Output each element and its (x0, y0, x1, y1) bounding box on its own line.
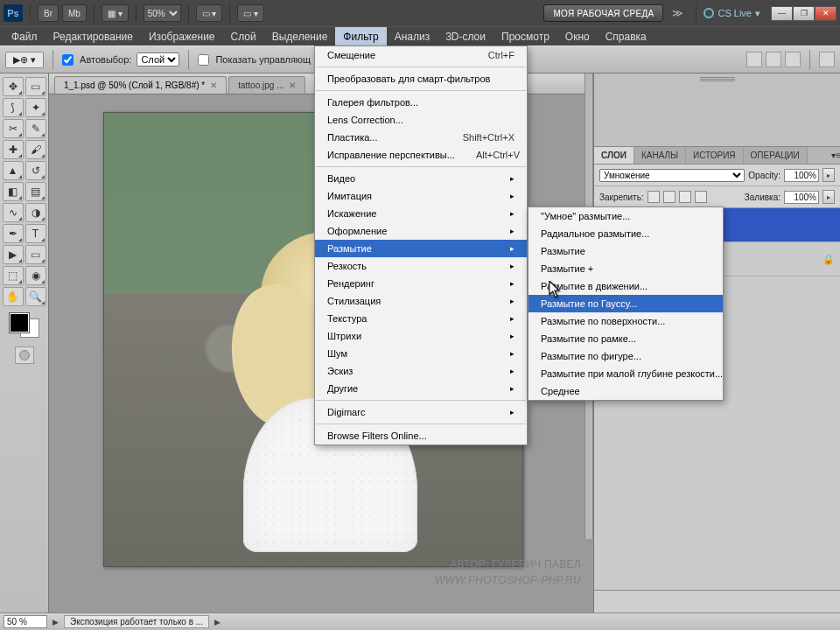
menu-редактирование[interactable]: Редактирование (46, 27, 141, 46)
align-button[interactable] (785, 52, 801, 67)
type-tool[interactable]: T (25, 224, 46, 243)
quick-select-tool[interactable]: ✦ (25, 98, 46, 117)
current-tool-indicator[interactable]: ▶⊕ ▾ (5, 52, 44, 68)
opacity-flyout-button[interactable]: ▸ (822, 168, 835, 182)
fill-flyout-button[interactable]: ▸ (822, 190, 835, 204)
filter-menu-item[interactable]: Текстура (315, 310, 527, 327)
lock-image-button[interactable] (663, 191, 676, 203)
filter-menu-item[interactable]: Стилизация (315, 292, 527, 310)
status-flyout-icon[interactable]: ▶ (52, 618, 59, 626)
filter-menu-item[interactable]: Digimarc (315, 403, 527, 421)
filter-menu-item[interactable]: Оформление (315, 222, 527, 240)
blur-menu-item[interactable]: Радиальное размытие... (528, 225, 723, 242)
filter-menu-item[interactable]: Галерея фильтров... (315, 94, 527, 111)
lock-position-button[interactable] (679, 191, 691, 203)
blur-menu-item[interactable]: Среднее (528, 382, 723, 400)
menu-справка[interactable]: Справка (598, 27, 654, 46)
blur-menu-item[interactable]: "Умное" размытие... (528, 207, 723, 225)
marquee-tool[interactable]: ▭ (25, 77, 46, 96)
filter-menu-item[interactable]: Lens Correction... (315, 111, 527, 129)
cs-live-button[interactable]: CS Live ▾ (704, 8, 760, 19)
blur-menu-item[interactable]: Размытие по поверхности... (528, 312, 723, 330)
lasso-tool[interactable]: ⟆ (3, 98, 24, 117)
3d-tool[interactable]: ⬚ (3, 266, 24, 285)
collapsed-panel-group[interactable] (594, 74, 840, 147)
blur-menu-item[interactable]: Размытие по рамке... (528, 330, 723, 347)
filter-menu-item[interactable]: Эскиз (315, 362, 527, 380)
opacity-value[interactable]: 100% (784, 169, 819, 182)
status-zoom-field[interactable]: 50 % (4, 615, 47, 628)
zoom-tool[interactable]: 🔍 (25, 287, 46, 306)
quick-mask-toggle[interactable] (15, 346, 34, 364)
filter-menu-item[interactable]: Видео (315, 170, 527, 187)
autoselect-checkbox[interactable]: Автовыбор: (62, 54, 131, 66)
menu-окно[interactable]: Окно (557, 27, 598, 46)
filter-menu-item[interactable]: Имитация (315, 187, 527, 205)
screen-mode-button[interactable]: ▭ ▾ (237, 4, 264, 22)
blur-menu-item[interactable]: Размытие (528, 242, 723, 260)
shape-tool[interactable]: ▭ (25, 245, 46, 264)
panel-menu-icon[interactable]: ▾≡ (824, 147, 840, 164)
window-minimize-button[interactable]: — (771, 6, 793, 21)
color-swatches[interactable] (10, 313, 39, 338)
filter-menu-item[interactable]: СмещениеCtrl+F (315, 46, 527, 64)
healing-tool[interactable]: ✚ (3, 140, 24, 159)
filter-menu-item[interactable]: Преобразовать для смарт-фильтров (315, 70, 527, 88)
menu-слой[interactable]: Слой (223, 27, 264, 46)
document-tab[interactable]: 1_1.psd @ 50% (Слой 1, RGB/8#) *✕ (54, 76, 227, 94)
dodge-tool[interactable]: ◑ (25, 203, 46, 222)
panel-tab-история[interactable]: ИСТОРИЯ (686, 147, 744, 164)
align-button[interactable] (746, 52, 762, 67)
lock-all-button[interactable] (695, 191, 707, 203)
menu-фильтр[interactable]: Фильтр (335, 27, 386, 46)
align-button[interactable] (766, 52, 781, 67)
crop-tool[interactable]: ✂ (3, 119, 24, 138)
filter-menu-item[interactable]: Пластика...Shift+Ctrl+X (315, 129, 527, 146)
blur-menu-item[interactable]: Размытие по фигуре... (528, 347, 723, 365)
stamp-tool[interactable]: ▲ (3, 161, 24, 180)
filter-menu-item[interactable]: Исправление перспективы...Alt+Ctrl+V (315, 146, 527, 164)
menu-файл[interactable]: Файл (4, 27, 46, 46)
filter-menu-item[interactable]: Browse Filters Online... (315, 427, 527, 444)
close-tab-icon[interactable]: ✕ (289, 80, 296, 90)
panel-tab-каналы[interactable]: КАНАЛЫ (634, 147, 686, 164)
close-tab-icon[interactable]: ✕ (210, 80, 217, 90)
view-extras-button[interactable]: ▦ ▾ (102, 4, 129, 22)
arrange-documents-button[interactable]: ▭ ▾ (196, 4, 223, 22)
blend-mode-select[interactable]: Умножение (599, 169, 745, 182)
menu-изображение[interactable]: Изображение (141, 27, 223, 46)
hand-tool[interactable]: ✋ (3, 287, 24, 306)
autoselect-target-select[interactable]: Слой (136, 52, 179, 66)
workspace-more-icon[interactable]: ≫ (667, 7, 689, 19)
menu-выделение[interactable]: Выделение (264, 27, 336, 46)
show-transform-controls-checkbox[interactable]: Показать управляющ (198, 54, 311, 66)
lock-transparent-button[interactable] (648, 191, 660, 203)
window-close-button[interactable]: ✕ (815, 6, 836, 21)
eyedropper-tool[interactable]: ✎ (25, 119, 46, 138)
window-maximize-button[interactable]: ❐ (793, 6, 815, 21)
panel-tab-слои[interactable]: СЛОИ (594, 147, 634, 164)
distribute-button[interactable] (819, 52, 835, 67)
blur-menu-item[interactable]: Размытие при малой глубине резкости... (528, 365, 723, 382)
blur-tool[interactable]: ∿ (3, 203, 24, 222)
history-brush-tool[interactable]: ↺ (25, 161, 46, 180)
filter-menu-item[interactable]: Размытие (315, 240, 527, 257)
eraser-tool[interactable]: ◧ (3, 182, 24, 201)
menu-3d-слои[interactable]: 3D-слои (438, 27, 494, 46)
pen-tool[interactable]: ✒ (3, 224, 24, 243)
filter-menu-item[interactable]: Рендеринг (315, 275, 527, 292)
filter-menu-item[interactable]: Другие (315, 380, 527, 397)
filter-menu-item[interactable]: Штрихи (315, 327, 527, 345)
zoom-select[interactable]: 50% (144, 4, 181, 22)
menu-просмотр[interactable]: Просмотр (494, 27, 557, 46)
path-select-tool[interactable]: ▶ (3, 245, 24, 264)
status-info-flyout-icon[interactable]: ▶ (214, 618, 220, 626)
bridge-button[interactable]: Br (38, 4, 59, 22)
filter-menu-item[interactable]: Резкость (315, 257, 527, 275)
blur-menu-item[interactable]: Размытие по Гауссу... (528, 295, 723, 312)
menu-анализ[interactable]: Анализ (387, 27, 438, 46)
brush-tool[interactable]: 🖌 (25, 140, 46, 159)
workspace-switcher[interactable]: МОЯ РАБОЧАЯ СРЕДА (543, 4, 663, 22)
foreground-color-swatch[interactable] (10, 313, 29, 332)
fill-value[interactable]: 100% (784, 191, 819, 204)
